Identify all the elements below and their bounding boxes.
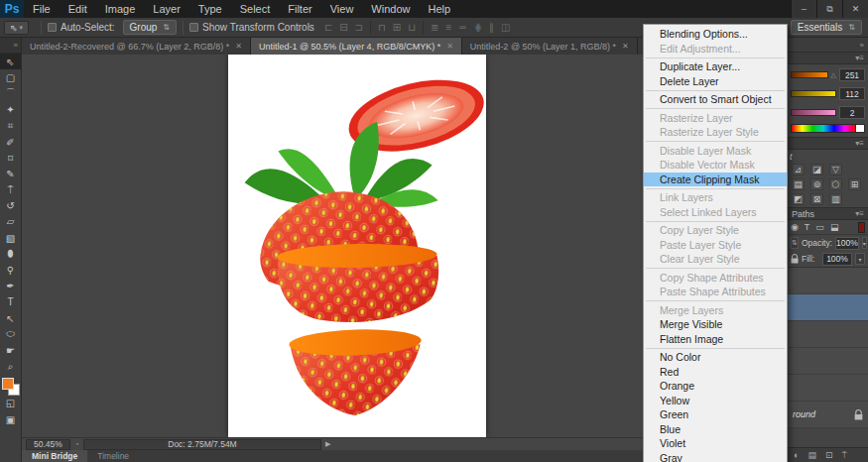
zoom-level-field[interactable]: 50.45% [26, 439, 70, 450]
red-value-field[interactable]: 251 [839, 68, 865, 81]
adjustments-panel-header[interactable]: ▾≡ [788, 137, 868, 150]
document-tab[interactable]: Untitled-2 @ 50% (Layer 1, RGB/8) *✕ [462, 38, 638, 55]
bottom-tab-mini-bridge[interactable]: Mini Bridge [22, 450, 87, 462]
close-button[interactable]: ✕ [842, 0, 868, 18]
new-layer-icon[interactable]: ⊡ [825, 450, 833, 460]
menu-item-red[interactable]: Red [644, 365, 787, 380]
layer-row[interactable] [788, 268, 868, 294]
menu-item-green[interactable]: Green [644, 407, 787, 422]
move-tool[interactable]: ⇖ [0, 54, 21, 69]
color-lookup-adjustment-icon[interactable]: ▥ [829, 193, 842, 205]
menu-item-yellow[interactable]: Yellow [644, 394, 787, 408]
menu-layer[interactable]: Layer [144, 3, 189, 15]
opacity-dropdown-icon[interactable]: ▾ [862, 237, 867, 249]
auto-select-checkbox[interactable] [48, 23, 57, 32]
hand-tool[interactable]: ☛ [0, 342, 21, 358]
menu-edit[interactable]: Edit [60, 3, 96, 15]
panel-menu-icon[interactable]: ▾≡ [855, 54, 864, 62]
quick-selection-tool[interactable]: ✦ [0, 102, 21, 118]
lasso-tool[interactable]: ⌒ [0, 85, 21, 101]
menu-file[interactable]: File [24, 3, 60, 15]
exposure-adjustment-icon[interactable]: ▽ [829, 164, 842, 175]
color-balance-adjustment-icon[interactable]: ⬡ [829, 178, 842, 190]
quick-mask-button[interactable]: ◱ [0, 396, 21, 411]
layer-row-background[interactable]: round [788, 402, 868, 428]
minimize-button[interactable]: – [791, 0, 816, 18]
blend-mode-dropdown[interactable]: ⇅ [791, 237, 799, 249]
show-transform-controls-checkbox[interactable] [189, 23, 198, 32]
layer-row[interactable] [788, 348, 868, 375]
distribute-bottom-icon[interactable]: ⋍ [458, 22, 466, 33]
paths-panel-tab[interactable]: Paths ▾≡ [788, 207, 868, 220]
crop-tool[interactable]: ⌗ [0, 118, 21, 134]
menu-item-gray[interactable]: Gray [644, 451, 787, 462]
filter-shape-icon[interactable]: ▭ [815, 222, 824, 232]
align-top-edges-icon[interactable]: ⊓ [378, 22, 386, 33]
fill-dropdown-icon[interactable]: ▾ [855, 253, 865, 265]
foreground-color-swatch[interactable] [2, 378, 14, 390]
active-tool-badge[interactable]: ⇖ ▾ [4, 21, 29, 35]
tab-close-icon[interactable]: ✕ [235, 42, 242, 51]
menu-item-flatten-image[interactable]: Flatten Image [644, 332, 787, 347]
document-canvas[interactable] [228, 55, 486, 437]
align-horizontal-centers-icon[interactable]: ⊟ [339, 22, 347, 33]
align-bottom-edges-icon[interactable]: ⊔ [408, 22, 416, 33]
menu-item-merge-visible[interactable]: Merge Visible [644, 317, 787, 332]
menu-item-violet[interactable]: Violet [644, 436, 787, 451]
menu-select[interactable]: Select [231, 3, 280, 15]
filter-adjustment-icon[interactable]: ◉ [791, 222, 799, 232]
gradient-tool[interactable]: ▧ [0, 230, 21, 246]
blur-tool[interactable]: ⬮ [0, 246, 21, 262]
menu-item-blue[interactable]: Blue [644, 422, 787, 437]
align-left-edges-icon[interactable]: ⊏ [324, 22, 332, 33]
layer-row[interactable] [788, 294, 868, 321]
panel-menu-icon[interactable]: ▾≡ [855, 209, 864, 218]
black-white-adjustment-icon[interactable]: ⊞ [848, 178, 861, 190]
panel-menu-icon[interactable]: ▾≡ [855, 139, 864, 148]
lock-icon[interactable] [791, 254, 799, 264]
tools-panel-collapse[interactable]: » [0, 38, 21, 54]
restore-button[interactable]: ⧉ [816, 0, 842, 18]
delete-layer-icon[interactable]: ⍑ [842, 450, 847, 461]
opacity-value[interactable]: 100% [835, 237, 859, 250]
menu-filter[interactable]: Filter [279, 3, 320, 15]
status-arrow-icon[interactable]: ▶ [325, 440, 330, 448]
menu-view[interactable]: View [321, 3, 363, 15]
red-slider[interactable] [791, 71, 828, 78]
blue-slider[interactable] [791, 109, 836, 116]
tab-close-icon[interactable]: ✕ [446, 42, 453, 51]
menu-item-create-clipping-mask[interactable]: Create Clipping Mask [644, 173, 787, 187]
auto-select-target-dropdown[interactable]: Group ⇅ [123, 20, 178, 35]
distribute-vertical-icon[interactable]: ≡ [445, 22, 451, 33]
document-tab[interactable]: Untitled-2-Recovered @ 66.7% (Layer 2, R… [22, 38, 251, 55]
channel-mixer-adjustment-icon[interactable]: ⊠ [810, 193, 823, 205]
filter-type-icon[interactable]: T [805, 222, 810, 232]
menu-image[interactable]: Image [96, 3, 145, 15]
workspace-switcher[interactable]: Essentials ⇅ [791, 20, 862, 35]
eyedropper-tool[interactable]: ✐ [0, 134, 21, 150]
distribute-horizontal-icon[interactable]: ∥ [489, 22, 494, 33]
color-panel-header[interactable]: ▾≡ [788, 52, 868, 64]
document-tab[interactable]: Untitled-1 @ 50.5% (Layer 4, RGB/8/CMYK)… [251, 38, 462, 55]
zoom-tool[interactable]: ⌕ [0, 359, 21, 375]
screen-mode-button[interactable]: ▣ [0, 411, 21, 427]
menu-help[interactable]: Help [419, 3, 459, 15]
distribute-left-icon[interactable]: ⋕ [474, 22, 482, 33]
filter-smart-object-icon[interactable]: ⬓ [830, 222, 839, 232]
new-group-icon[interactable]: ▤ [807, 450, 816, 460]
menu-type[interactable]: Type [189, 3, 231, 15]
dodge-tool[interactable]: ⚲ [0, 262, 21, 278]
brush-tool[interactable]: ✎ [0, 166, 21, 181]
menu-item-duplicate-layer[interactable]: Duplicate Layer... [644, 59, 787, 74]
green-value-field[interactable]: 112 [839, 87, 865, 100]
history-brush-tool[interactable]: ↺ [0, 198, 21, 214]
align-right-edges-icon[interactable]: ⊐ [355, 22, 363, 33]
fill-value[interactable]: 100% [822, 253, 852, 266]
healing-brush-tool[interactable]: ⌑ [0, 150, 21, 166]
marquee-tool[interactable]: ▢ [0, 69, 21, 85]
shape-tool[interactable]: ⬭ [0, 326, 21, 342]
hue-saturation-adjustment-icon[interactable]: ⊚ [810, 178, 823, 190]
path-selection-tool[interactable]: ↖ [0, 310, 21, 326]
pen-tool[interactable]: ✒ [0, 279, 21, 294]
menu-item-delete-layer[interactable]: Delete Layer [644, 74, 787, 89]
